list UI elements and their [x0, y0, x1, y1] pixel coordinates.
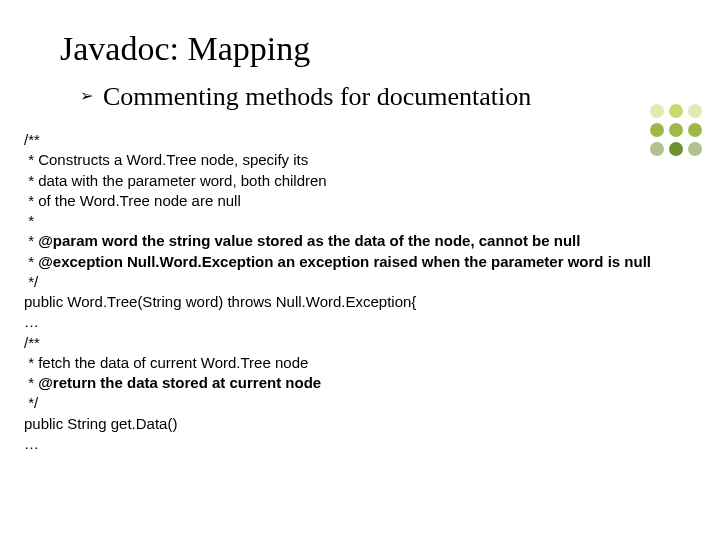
code-line: /** — [24, 334, 40, 351]
code-line: * — [24, 253, 38, 270]
bullet-arrow-icon: ➢ — [80, 86, 93, 105]
code-line: */ — [24, 394, 38, 411]
decorative-dots — [650, 104, 702, 156]
code-line: public String get.Data() — [24, 415, 177, 432]
code-line: Null.Word.Exception an exception raised … — [123, 253, 651, 270]
subtitle-row: ➢ Commenting methods for documentation — [80, 82, 700, 112]
code-line: public Word.Tree(String word) throws Nul… — [24, 293, 416, 310]
javadoc-tag-exception: @exception — [38, 253, 123, 270]
code-line: … — [24, 435, 39, 452]
code-line: the data stored at current node — [96, 374, 321, 391]
code-line: * fetch the data of current Word.Tree no… — [24, 354, 308, 371]
code-line: … — [24, 313, 39, 330]
code-block: /** * Constructs a Word.Tree node, speci… — [24, 130, 700, 454]
javadoc-tag-return: @return — [38, 374, 96, 391]
slide: Javadoc: Mapping ➢ Commenting methods fo… — [0, 0, 720, 540]
code-line: /** — [24, 131, 40, 148]
code-line: * — [24, 212, 34, 229]
code-line: * data with the parameter word, both chi… — [24, 172, 327, 189]
javadoc-tag-param: @param — [38, 232, 98, 249]
slide-subtitle: Commenting methods for documentation — [103, 82, 531, 112]
code-line: word the string value stored as the data… — [98, 232, 581, 249]
code-line: * Constructs a Word.Tree node, specify i… — [24, 151, 308, 168]
code-line: */ — [24, 273, 38, 290]
code-line: * of the Word.Tree node are null — [24, 192, 241, 209]
code-line: * — [24, 232, 38, 249]
code-line: * — [24, 374, 38, 391]
slide-title: Javadoc: Mapping — [60, 30, 700, 68]
